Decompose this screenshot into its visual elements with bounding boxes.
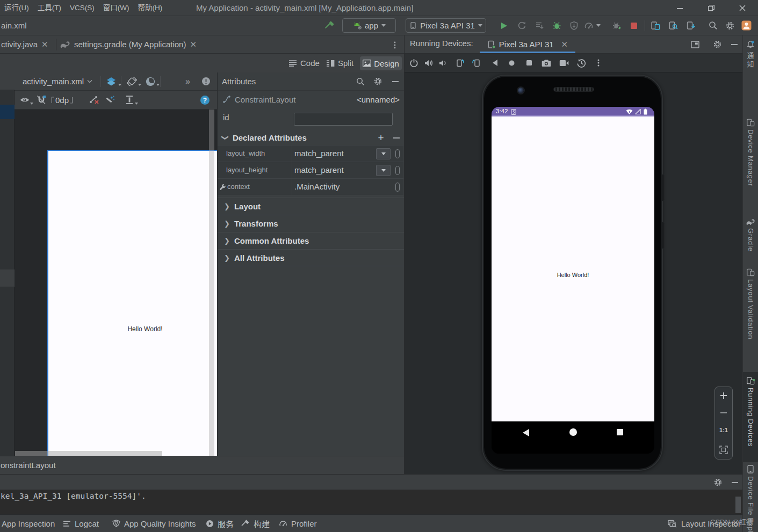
pick-resource-button[interactable] [395, 149, 400, 158]
layout-canvas[interactable]: Hello World! [47, 150, 217, 456]
phone-screen[interactable]: 3:42 Hello World! [492, 107, 654, 454]
float-window-button[interactable] [689, 35, 701, 53]
tab-close-icon[interactable]: ✕ [561, 40, 568, 49]
run-console[interactable]: kel_3a_API_31 [emulator-5554]'. [0, 490, 742, 514]
canvas-hello-world-text[interactable]: Hello World! [127, 325, 162, 333]
canvas-vertical-scrollbar[interactable] [209, 110, 214, 456]
nav-home-icon[interactable] [569, 428, 577, 436]
emulator-rotate-left-button[interactable] [453, 54, 466, 72]
statusbar-services[interactable]: 服务 [206, 515, 234, 532]
emulator-record-button[interactable] [558, 54, 571, 72]
emulator-volume-down-button[interactable] [436, 54, 449, 72]
apply-code-changes-button[interactable] [568, 16, 579, 35]
attribute-value[interactable]: match_parent [294, 162, 344, 178]
run-panel-settings-button[interactable] [712, 473, 724, 491]
profiler-dropdown[interactable] [595, 16, 602, 35]
pack-align-selector[interactable] [125, 91, 138, 109]
attribute-value[interactable]: match_parent [294, 145, 344, 162]
profile-app-button[interactable] [583, 16, 594, 35]
emulator-home-button[interactable] [505, 54, 518, 72]
tab-close-icon[interactable]: ✕ [190, 40, 197, 49]
breadcrumb-item[interactable]: onstraintLayout [1, 461, 56, 470]
apply-changes-button[interactable] [534, 16, 545, 35]
window-close-button[interactable] [727, 0, 758, 16]
orientation-selector[interactable] [126, 72, 141, 90]
tab-mainactivity-java[interactable]: ctivity.java ✕ [0, 35, 48, 53]
value-dropdown-button[interactable] [376, 165, 391, 176]
toolbar-overflow[interactable]: » [185, 72, 190, 90]
theme-selector[interactable] [145, 72, 160, 90]
devices-hide-button[interactable] [728, 35, 740, 53]
emulator-power-button[interactable] [407, 54, 420, 72]
design-canvas-area[interactable]: Hello World! [15, 110, 217, 456]
section-common-attributes[interactable]: ❯ Common Attributes [218, 232, 405, 249]
device-manager-button[interactable] [650, 16, 661, 35]
statusbar-logcat[interactable]: Logcat [63, 515, 99, 532]
attribute-row-layout-width[interactable]: layout_width match_parent [218, 145, 403, 162]
device-file-explorer-button[interactable] [685, 16, 696, 35]
window-maximize-button[interactable] [696, 0, 727, 16]
stripe-item-running-devices[interactable]: Running Devices [743, 376, 758, 447]
attach-debugger-button[interactable] [611, 16, 622, 35]
pick-resource-button[interactable] [395, 166, 400, 175]
section-all-attributes[interactable]: ❯ All Attributes [218, 249, 405, 266]
app-content-area[interactable]: Hello World! [492, 116, 654, 421]
emulator-snapshots-button[interactable] [575, 54, 588, 72]
value-dropdown-button[interactable] [376, 148, 391, 159]
help-button[interactable]: ? [200, 91, 210, 109]
zoom-in-button[interactable] [720, 392, 727, 399]
run-panel-hide-button[interactable] [729, 473, 741, 491]
tab-settings-gradle[interactable]: settings.gradle (My Application) ✕ [60, 35, 197, 53]
run-button[interactable] [499, 16, 509, 35]
design-surface-selector[interactable] [106, 72, 121, 90]
attributes-search-button[interactable] [355, 72, 366, 90]
view-mode-split[interactable]: Split [326, 54, 353, 72]
statusbar-profiler[interactable]: Profiler [279, 515, 317, 532]
attribute-row-context[interactable]: context .MainActivity [218, 179, 403, 195]
settings-button[interactable] [725, 16, 735, 35]
stripe-item-device-manager[interactable]: Device Manager [743, 118, 758, 186]
device-tab-pixel3a[interactable]: Pixel 3a API 31 ✕ [480, 35, 575, 53]
id-input[interactable] [294, 113, 393, 126]
default-margin-selector[interactable]: 0dp [51, 91, 73, 109]
declared-attributes-header[interactable]: ❯ Declared Attributes + [218, 130, 405, 145]
attributes-settings-button[interactable] [372, 72, 384, 90]
section-layout[interactable]: ❯ Layout [218, 198, 405, 215]
apply-changes-restart-button[interactable] [516, 16, 527, 35]
attribute-value[interactable]: .MainActivity [294, 179, 340, 195]
view-mode-code[interactable]: Code [288, 54, 320, 72]
canvas-horizontal-scrollbar[interactable] [15, 451, 162, 456]
stripe-item-layout-validation[interactable]: Layout Validation [743, 268, 758, 339]
emulator-rotate-right-button[interactable] [470, 54, 483, 72]
emulator-overview-button[interactable] [523, 54, 536, 72]
pick-resource-button[interactable] [395, 183, 400, 192]
window-minimize-button[interactable] [665, 0, 696, 16]
search-everywhere-button[interactable] [708, 16, 718, 35]
zoom-fit-button[interactable] [719, 446, 728, 454]
view-mode-design[interactable]: Design [360, 56, 402, 70]
autoconnect-toggle[interactable] [36, 91, 47, 109]
layout-inspector-button[interactable] [668, 16, 678, 35]
stop-button[interactable] [629, 16, 639, 35]
infer-constraints-button[interactable] [104, 91, 115, 109]
statusbar-app-quality-insights[interactable]: App Quality Insights [112, 515, 196, 532]
menu-vcs[interactable]: VCS(S) [66, 0, 99, 16]
nav-overview-icon[interactable] [617, 429, 623, 435]
remove-attribute-button[interactable] [391, 129, 402, 147]
build-button[interactable] [324, 16, 335, 35]
emulator-more-button[interactable] [592, 54, 605, 72]
zoom-reset-button[interactable]: 1:1 [719, 427, 728, 433]
issues-badge[interactable] [201, 72, 211, 90]
menu-tools[interactable]: 工具(T) [33, 0, 66, 16]
section-transforms[interactable]: ❯ Transforms [218, 215, 405, 232]
emulator-back-button[interactable] [488, 54, 501, 72]
palette-selected-item[interactable] [0, 105, 15, 119]
console-scrollbar[interactable] [735, 497, 741, 513]
nav-back-icon[interactable] [523, 429, 529, 436]
add-attribute-button[interactable]: + [375, 129, 387, 147]
menu-help[interactable]: 帮助(H) [134, 0, 167, 16]
stripe-item-notifications[interactable]: 通知 [743, 40, 758, 69]
debug-button[interactable] [551, 16, 562, 35]
devices-settings-button[interactable] [711, 35, 723, 53]
emulator-screenshot-button[interactable] [540, 54, 553, 72]
